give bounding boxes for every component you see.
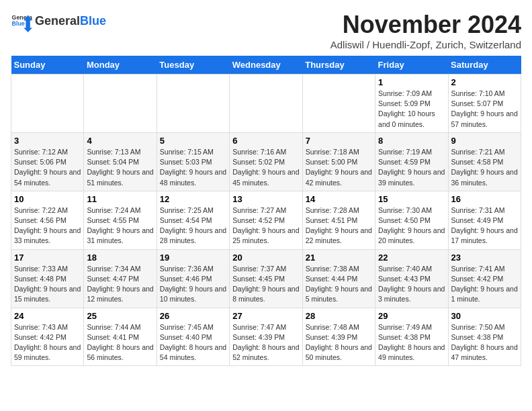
day-info: Sunrise: 7:43 AM Sunset: 4:42 PM Dayligh… xyxy=(14,322,81,363)
day-number: 1 xyxy=(378,77,445,87)
day-number: 15 xyxy=(378,194,445,204)
day-info: Sunrise: 7:28 AM Sunset: 4:51 PM Dayligh… xyxy=(306,205,372,246)
day-info: Sunrise: 7:41 AM Sunset: 4:42 PM Dayligh… xyxy=(451,264,518,305)
logo-general-text: General xyxy=(35,14,80,28)
day-info: Sunrise: 7:36 AM Sunset: 4:46 PM Dayligh… xyxy=(160,264,226,305)
day-number: 21 xyxy=(306,253,372,263)
day-number: 22 xyxy=(378,253,445,263)
calendar-cell: 29Sunrise: 7:49 AM Sunset: 4:38 PM Dayli… xyxy=(375,308,448,366)
day-number: 7 xyxy=(306,136,372,146)
logo: General Blue GeneralBlue xyxy=(11,11,106,32)
calendar-cell: 2Sunrise: 7:10 AM Sunset: 5:07 PM Daylig… xyxy=(448,75,521,133)
day-number: 23 xyxy=(451,253,518,263)
day-number: 4 xyxy=(87,136,153,146)
calendar-cell: 27Sunrise: 7:47 AM Sunset: 4:39 PM Dayli… xyxy=(230,308,302,366)
day-info: Sunrise: 7:22 AM Sunset: 4:56 PM Dayligh… xyxy=(14,205,81,246)
week-row-4: 17Sunrise: 7:33 AM Sunset: 4:48 PM Dayli… xyxy=(11,249,521,308)
calendar-cell: 10Sunrise: 7:22 AM Sunset: 4:56 PM Dayli… xyxy=(11,191,84,249)
page-header: General Blue GeneralBlue November 2024 A… xyxy=(11,11,521,50)
day-number: 17 xyxy=(14,253,81,263)
calendar-cell: 12Sunrise: 7:25 AM Sunset: 4:54 PM Dayli… xyxy=(157,191,229,249)
day-info: Sunrise: 7:40 AM Sunset: 4:43 PM Dayligh… xyxy=(378,264,445,305)
day-info: Sunrise: 7:37 AM Sunset: 4:45 PM Dayligh… xyxy=(232,264,299,305)
calendar-cell: 14Sunrise: 7:28 AM Sunset: 4:51 PM Dayli… xyxy=(302,191,375,249)
day-info: Sunrise: 7:27 AM Sunset: 4:52 PM Dayligh… xyxy=(232,205,299,246)
calendar-cell xyxy=(157,75,229,133)
calendar-cell: 4Sunrise: 7:13 AM Sunset: 5:04 PM Daylig… xyxy=(84,132,157,191)
day-info: Sunrise: 7:34 AM Sunset: 4:47 PM Dayligh… xyxy=(87,264,153,305)
logo-blue-text: Blue xyxy=(80,14,106,28)
logo-icon: General Blue xyxy=(11,11,32,32)
calendar-cell: 8Sunrise: 7:19 AM Sunset: 4:59 PM Daylig… xyxy=(375,132,448,191)
weekday-header-tuesday: Tuesday xyxy=(157,56,229,75)
week-row-5: 24Sunrise: 7:43 AM Sunset: 4:42 PM Dayli… xyxy=(11,308,521,366)
day-number: 24 xyxy=(14,311,81,321)
calendar-cell: 26Sunrise: 7:45 AM Sunset: 4:40 PM Dayli… xyxy=(157,308,229,366)
day-number: 11 xyxy=(87,194,153,204)
calendar-cell: 20Sunrise: 7:37 AM Sunset: 4:45 PM Dayli… xyxy=(230,249,302,308)
calendar-cell: 1Sunrise: 7:09 AM Sunset: 5:09 PM Daylig… xyxy=(375,75,448,133)
calendar-cell: 28Sunrise: 7:48 AM Sunset: 4:39 PM Dayli… xyxy=(302,308,375,366)
calendar-cell: 13Sunrise: 7:27 AM Sunset: 4:52 PM Dayli… xyxy=(230,191,302,249)
week-row-3: 10Sunrise: 7:22 AM Sunset: 4:56 PM Dayli… xyxy=(11,191,521,249)
calendar-cell: 24Sunrise: 7:43 AM Sunset: 4:42 PM Dayli… xyxy=(11,308,84,366)
day-info: Sunrise: 7:13 AM Sunset: 5:04 PM Dayligh… xyxy=(87,147,153,188)
svg-text:Blue: Blue xyxy=(12,20,25,27)
day-number: 8 xyxy=(378,136,445,146)
day-info: Sunrise: 7:09 AM Sunset: 5:09 PM Dayligh… xyxy=(378,89,445,130)
weekday-header-saturday: Saturday xyxy=(448,56,521,75)
day-number: 29 xyxy=(378,311,445,321)
calendar-cell: 18Sunrise: 7:34 AM Sunset: 4:47 PM Dayli… xyxy=(84,249,157,308)
day-number: 20 xyxy=(232,253,299,263)
day-info: Sunrise: 7:38 AM Sunset: 4:44 PM Dayligh… xyxy=(306,264,372,305)
weekday-header-friday: Friday xyxy=(375,56,448,75)
week-row-2: 3Sunrise: 7:12 AM Sunset: 5:06 PM Daylig… xyxy=(11,132,521,191)
day-info: Sunrise: 7:47 AM Sunset: 4:39 PM Dayligh… xyxy=(232,322,299,363)
day-info: Sunrise: 7:12 AM Sunset: 5:06 PM Dayligh… xyxy=(14,147,81,188)
calendar-cell: 5Sunrise: 7:15 AM Sunset: 5:03 PM Daylig… xyxy=(157,132,229,191)
day-number: 28 xyxy=(306,311,372,321)
weekday-header-wednesday: Wednesday xyxy=(230,56,302,75)
day-info: Sunrise: 7:19 AM Sunset: 4:59 PM Dayligh… xyxy=(378,147,445,188)
month-title: November 2024 xyxy=(330,11,521,39)
day-info: Sunrise: 7:10 AM Sunset: 5:07 PM Dayligh… xyxy=(451,89,518,130)
calendar-cell xyxy=(84,75,157,133)
day-info: Sunrise: 7:48 AM Sunset: 4:39 PM Dayligh… xyxy=(306,322,372,363)
day-number: 6 xyxy=(232,136,299,146)
day-info: Sunrise: 7:24 AM Sunset: 4:55 PM Dayligh… xyxy=(87,205,153,246)
day-number: 19 xyxy=(160,253,226,263)
calendar-cell: 17Sunrise: 7:33 AM Sunset: 4:48 PM Dayli… xyxy=(11,249,84,308)
day-number: 9 xyxy=(451,136,518,146)
day-number: 25 xyxy=(87,311,153,321)
day-number: 16 xyxy=(451,194,518,204)
day-info: Sunrise: 7:49 AM Sunset: 4:38 PM Dayligh… xyxy=(378,322,445,363)
calendar-cell: 9Sunrise: 7:21 AM Sunset: 4:58 PM Daylig… xyxy=(448,132,521,191)
calendar-cell xyxy=(11,75,84,133)
calendar-cell: 16Sunrise: 7:31 AM Sunset: 4:49 PM Dayli… xyxy=(448,191,521,249)
calendar-cell: 23Sunrise: 7:41 AM Sunset: 4:42 PM Dayli… xyxy=(448,249,521,308)
week-row-1: 1Sunrise: 7:09 AM Sunset: 5:09 PM Daylig… xyxy=(11,75,521,133)
day-number: 13 xyxy=(232,194,299,204)
calendar-cell: 3Sunrise: 7:12 AM Sunset: 5:06 PM Daylig… xyxy=(11,132,84,191)
location-subtitle: Adliswil / Huendli-Zopf, Zurich, Switzer… xyxy=(330,39,521,50)
calendar-cell: 25Sunrise: 7:44 AM Sunset: 4:41 PM Dayli… xyxy=(84,308,157,366)
day-info: Sunrise: 7:33 AM Sunset: 4:48 PM Dayligh… xyxy=(14,264,81,305)
day-number: 12 xyxy=(160,194,226,204)
calendar-cell: 7Sunrise: 7:18 AM Sunset: 5:00 PM Daylig… xyxy=(302,132,375,191)
weekday-header-thursday: Thursday xyxy=(302,56,375,75)
day-number: 10 xyxy=(14,194,81,204)
day-info: Sunrise: 7:21 AM Sunset: 4:58 PM Dayligh… xyxy=(451,147,518,188)
day-number: 2 xyxy=(451,77,518,87)
day-info: Sunrise: 7:15 AM Sunset: 5:03 PM Dayligh… xyxy=(160,147,226,188)
calendar-cell: 6Sunrise: 7:16 AM Sunset: 5:02 PM Daylig… xyxy=(230,132,302,191)
weekday-header-sunday: Sunday xyxy=(11,56,84,75)
weekday-header-monday: Monday xyxy=(84,56,157,75)
calendar-cell xyxy=(230,75,302,133)
day-number: 30 xyxy=(451,311,518,321)
day-number: 14 xyxy=(306,194,372,204)
calendar-cell xyxy=(302,75,375,133)
day-number: 27 xyxy=(232,311,299,321)
day-info: Sunrise: 7:25 AM Sunset: 4:54 PM Dayligh… xyxy=(160,205,226,246)
calendar-cell: 19Sunrise: 7:36 AM Sunset: 4:46 PM Dayli… xyxy=(157,249,229,308)
calendar-cell: 30Sunrise: 7:50 AM Sunset: 4:38 PM Dayli… xyxy=(448,308,521,366)
